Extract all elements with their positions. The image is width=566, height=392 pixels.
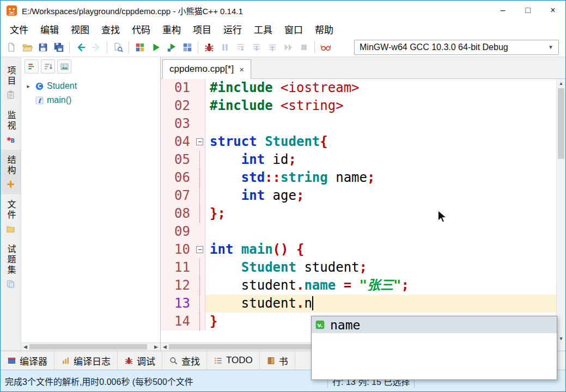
menu-item-工具[interactable]: 工具: [248, 20, 278, 38]
file-properties-button[interactable]: [111, 40, 125, 54]
scroll-left-icon[interactable]: ◀: [21, 344, 29, 350]
step-out-button[interactable]: [265, 40, 279, 54]
add-watch-button[interactable]: [318, 40, 333, 54]
menu-item-帮助[interactable]: 帮助: [309, 20, 339, 38]
sidebar-tab-project[interactable]: 项目: [1, 60, 21, 105]
sidebar-tab-structure[interactable]: 结构: [1, 150, 21, 194]
forward-button[interactable]: [89, 40, 104, 54]
sort-alpha-button[interactable]: [41, 59, 55, 74]
bottom-tab-bookmark[interactable]: 书: [260, 351, 295, 370]
add-watch-icon: [320, 42, 331, 53]
structure-hscroll-thumb[interactable]: [29, 344, 147, 350]
code-text: Student student;: [205, 259, 556, 277]
compiler-icon: [7, 356, 16, 365]
scroll-right-icon[interactable]: ▶: [152, 344, 160, 350]
editor-line[interactable]: 12 student.name = "张三";: [161, 277, 556, 295]
maximize-button[interactable]: □: [515, 1, 540, 20]
close-tab-icon[interactable]: ×: [239, 65, 244, 74]
editor-line[interactable]: 09: [161, 223, 556, 241]
continue-button[interactable]: [281, 40, 295, 54]
new-file-button[interactable]: [4, 40, 19, 54]
editor-line[interactable]: 01#include <iostream>: [161, 79, 556, 97]
bottom-tab-search[interactable]: 查找: [162, 351, 207, 370]
menu-item-重构[interactable]: 重构: [156, 20, 187, 38]
app-icon: DEV: [6, 5, 17, 16]
step-over-button[interactable]: [233, 40, 248, 54]
menu-item-代码[interactable]: 代码: [126, 20, 156, 38]
bottom-tab-compile-log[interactable]: 编译日志: [54, 351, 118, 370]
autocomplete-item[interactable]: v.name: [312, 316, 557, 333]
menu-item-运行[interactable]: 运行: [217, 20, 248, 38]
menu-bar: 文件编辑视图查找代码重构项目运行工具窗口帮助: [1, 20, 565, 38]
code-text: #include <iostream>: [205, 79, 556, 97]
rebuild-button[interactable]: [180, 40, 194, 54]
autocomplete-item-label: name: [330, 318, 360, 332]
compile-button[interactable]: [132, 40, 147, 54]
editor-line[interactable]: 13 student.n: [161, 295, 556, 313]
editor-line[interactable]: 04−struct Student{: [161, 133, 556, 151]
compile-run-button[interactable]: [164, 40, 179, 54]
stop-button[interactable]: [296, 40, 311, 54]
debug-button[interactable]: [202, 40, 216, 54]
sidebar-tab-label: 结构: [7, 155, 15, 176]
editor-line[interactable]: 02#include <string>: [161, 97, 556, 115]
function-icon: f: [35, 96, 44, 105]
autocomplete-popup: v.name: [311, 316, 557, 380]
sidebar-tab-files[interactable]: 文件: [1, 194, 21, 239]
line-number: 11: [161, 259, 194, 277]
fold-toggle-icon[interactable]: −: [196, 246, 203, 253]
structure-panel-hscrollbar[interactable]: ◀ ▶: [21, 342, 160, 351]
close-button[interactable]: ×: [540, 1, 565, 20]
structure-hscroll-track[interactable]: [29, 343, 152, 351]
bottom-tab-todo[interactable]: TODO: [207, 351, 260, 370]
editor-line[interactable]: 10−int main() {: [161, 241, 556, 259]
tree-item[interactable]: fmain(): [21, 93, 160, 107]
menu-item-查找[interactable]: 查找: [95, 20, 126, 38]
editor-line[interactable]: 05 int id;: [161, 151, 556, 169]
editor-vscrollbar[interactable]: ▲ ▼: [556, 79, 565, 342]
code-text: int id;: [205, 151, 556, 169]
save-icon: [38, 42, 48, 53]
menu-item-窗口[interactable]: 窗口: [278, 20, 309, 38]
scroll-down-icon[interactable]: ▼: [557, 334, 565, 342]
editor-line[interactable]: 11 Student student;: [161, 259, 556, 277]
menu-item-编辑[interactable]: 编辑: [34, 20, 65, 38]
menu-item-项目[interactable]: 项目: [187, 20, 217, 38]
open-button[interactable]: [20, 40, 34, 54]
editor-vscroll-thumb[interactable]: [558, 88, 564, 159]
menu-item-文件[interactable]: 文件: [4, 20, 34, 38]
editor-line[interactable]: 03: [161, 115, 556, 133]
fold-toggle-icon[interactable]: −: [196, 138, 203, 145]
compiler-select[interactable]: MinGW-w64 GCC 10.3.0 64-bit Debug ▼: [354, 40, 559, 55]
scroll-up-icon[interactable]: ▲: [557, 79, 565, 87]
line-number: 12: [161, 277, 194, 295]
bottom-tab-label: 书: [279, 354, 288, 367]
code-text: student.n: [205, 295, 556, 313]
run-button[interactable]: [148, 40, 163, 54]
pause-button[interactable]: [217, 40, 232, 54]
scroll-left-icon[interactable]: ◀: [161, 344, 169, 350]
save-all-button[interactable]: [51, 40, 66, 54]
save-button[interactable]: [35, 40, 50, 54]
menu-item-视图[interactable]: 视图: [65, 20, 95, 38]
tree-item[interactable]: ▸CStudent: [21, 79, 160, 93]
editor-lines[interactable]: 01#include <iostream>02#include <string>…: [161, 79, 556, 342]
back-button[interactable]: [73, 40, 88, 54]
editor-vscroll-track[interactable]: [557, 87, 565, 334]
show-inherited-button[interactable]: [57, 59, 71, 74]
step-out-icon: [267, 42, 278, 53]
sort-by-type-button[interactable]: [25, 59, 39, 74]
editor-line[interactable]: 06 std::string name;: [161, 169, 556, 187]
svg-text:C: C: [38, 83, 41, 89]
sidebar-tab-problem-set[interactable]: 试题集: [1, 239, 21, 294]
step-into-button[interactable]: [249, 40, 264, 54]
sidebar-tab-watch[interactable]: 监视✱B: [1, 105, 21, 150]
minimize-button[interactable]: –: [490, 1, 515, 20]
fold-column: [194, 277, 205, 295]
bottom-tab-compiler[interactable]: 编译器: [1, 351, 54, 370]
editor-line[interactable]: 08};: [161, 205, 556, 223]
bottom-tab-debug[interactable]: 调试: [118, 351, 162, 370]
editor-tab[interactable]: cppdemo.cpp[*] ×: [162, 59, 251, 79]
editor-line[interactable]: 07 int age;: [161, 187, 556, 205]
variable-icon: v.: [315, 320, 325, 330]
